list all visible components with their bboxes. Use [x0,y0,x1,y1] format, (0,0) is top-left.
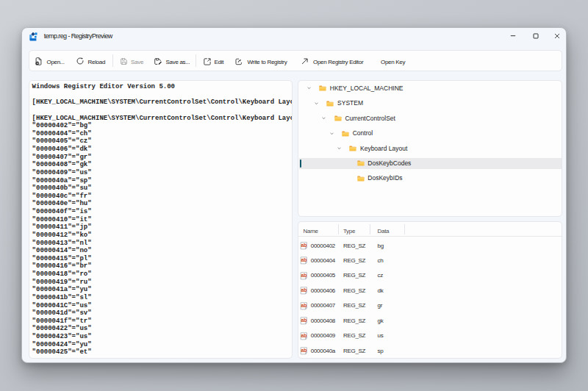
svg-text:ab: ab [301,303,306,308]
svg-text:ab: ab [301,273,306,278]
svg-text:ab: ab [301,243,306,248]
svg-text:ab: ab [301,318,306,323]
svg-text:ab: ab [301,333,306,338]
svg-text:ab: ab [301,258,306,263]
svg-text:ab: ab [301,288,306,293]
svg-text:ab: ab [301,348,306,353]
